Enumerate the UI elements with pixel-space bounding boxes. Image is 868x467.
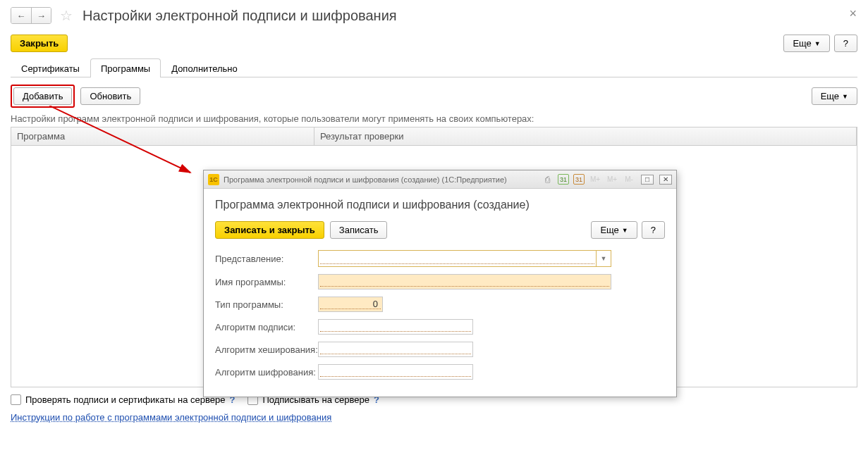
presentation-select: ▼ [318,250,611,267]
dialog-close-button[interactable]: ✕ [659,175,672,185]
toolbar-more-label: Еще [821,91,839,101]
sign-alg-label: Алгоритм подписи: [215,322,318,332]
dialog-help-button[interactable]: ? [642,221,665,239]
memory-icon[interactable]: М+ [606,173,618,186]
toolbar-more-button[interactable]: Еще ▼ [812,87,857,105]
tab-additional[interactable]: Дополнительно [161,58,248,77]
chevron-down-icon: ▼ [814,40,821,47]
page-title: Настройки электронной подписи и шифрован… [82,8,397,24]
program-type-input[interactable]: 0 [318,297,383,312]
presentation-input[interactable] [319,251,597,266]
program-name-label: Имя программы: [215,277,318,287]
tab-certificates[interactable]: Сертификаты [11,58,90,77]
hash-alg-input[interactable] [318,342,473,357]
enc-alg-input[interactable] [318,364,473,380]
chevron-down-icon: ▼ [601,255,607,262]
chevron-down-icon: ▼ [622,227,628,234]
calendar-orange-icon[interactable]: 31 [573,174,585,185]
dialog-more-button[interactable]: Еще ▼ [591,221,637,239]
enc-alg-label: Алгоритм шифрования: [215,367,318,378]
refresh-button[interactable]: Обновить [80,87,140,105]
check-server-label: Проверять подписи и сертификаты на серве… [25,394,225,405]
dialog-title: Программа электронной подписи и шифрован… [215,199,665,211]
dialog-more-label: Еще [600,225,618,235]
nav-buttons: ← → [11,7,51,24]
save-and-close-button[interactable]: Записать и закрыть [215,221,324,239]
close-icon[interactable]: × [845,6,861,22]
presentation-dropdown-button[interactable]: ▼ [597,251,611,266]
sign-alg-input[interactable] [318,319,473,335]
presentation-label: Представление: [215,254,318,264]
dialog-titlebar-text: Программа электронной подписи и шифрован… [224,175,507,184]
calendar-green-icon[interactable]: 31 [558,174,569,185]
close-button[interactable]: Закрыть [11,35,68,52]
tabs: Сертификаты Программы Дополнительно [11,58,857,77]
check-server-checkbox[interactable] [11,394,21,405]
program-name-input[interactable] [318,274,611,289]
dialog-maximize-button[interactable]: □ [641,175,654,185]
create-program-dialog: 1C Программа электронной подписи и шифро… [203,170,677,397]
memory-icon[interactable]: М- [623,173,635,186]
app-1c-icon: 1C [208,174,219,185]
more-button[interactable]: Еще ▼ [783,35,829,52]
column-program[interactable]: Программа [11,127,314,145]
favorite-star-icon[interactable]: ☆ [60,7,73,24]
help-button[interactable]: ? [834,35,857,52]
hash-alg-label: Алгоритм хеширования: [215,344,318,355]
more-label: Еще [793,38,811,49]
hint-text: Настройки программ электронной подписи и… [11,113,857,124]
column-result[interactable]: Результат проверки [314,127,857,145]
tab-programs[interactable]: Программы [90,58,161,77]
add-button[interactable]: Добавить [13,87,72,105]
add-button-highlight: Добавить [11,85,75,108]
nav-forward-button[interactable]: → [31,8,51,23]
save-button[interactable]: Записать [330,221,388,239]
program-type-label: Тип программы: [215,299,318,310]
instructions-link[interactable]: Инструкции по работе с программами элект… [11,412,331,423]
memory-icon[interactable]: М+ [589,173,601,186]
nav-back-button[interactable]: ← [11,8,31,23]
chevron-down-icon: ▼ [842,93,848,100]
dialog-titlebar[interactable]: 1C Программа электронной подписи и шифро… [204,170,676,189]
toolbar-print-icon[interactable]: ⎙ [541,173,554,186]
